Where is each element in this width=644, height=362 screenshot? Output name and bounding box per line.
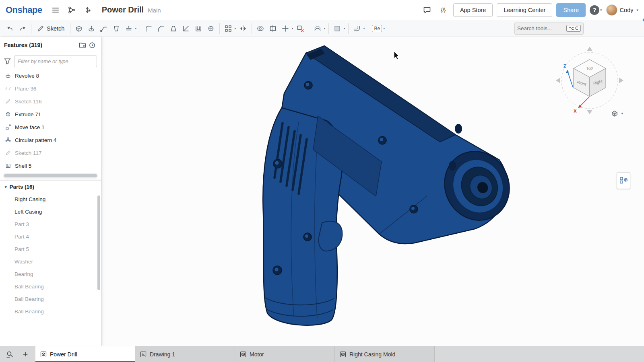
hole-icon[interactable]	[205, 23, 217, 35]
tab-right-casing-mold[interactable]: Right Casing Mold	[335, 346, 435, 362]
document-tab-bar: + Power Drill Drawing 1 Motor Right Casi…	[0, 346, 644, 362]
search-tools-input[interactable]	[517, 25, 564, 31]
search-tools-box[interactable]: ⌥ C	[514, 23, 584, 35]
sketch-icon	[5, 98, 11, 105]
user-menu[interactable]: Cody ▾	[606, 4, 638, 16]
part-item-ball-bearing-3[interactable]: Ball Bearing	[0, 305, 101, 318]
drawing-icon	[140, 351, 147, 358]
onshape-logo[interactable]: Onshape	[6, 5, 42, 15]
rib-icon[interactable]	[180, 23, 192, 35]
custom-feature-be-icon[interactable]: Be	[371, 23, 383, 35]
tab-label: Drawing 1	[150, 351, 175, 358]
sketch-label: Sketch	[47, 25, 64, 32]
undo-icon[interactable]	[4, 23, 16, 35]
chevron-down-icon[interactable]: ▾	[383, 27, 385, 30]
chevron-down-icon[interactable]: ▾	[135, 27, 136, 30]
sketch-button[interactable]: Sketch	[34, 23, 68, 35]
feature-item-plane-36[interactable]: Plane 36	[0, 82, 101, 95]
tab-power-drill[interactable]: Power Drill	[35, 346, 135, 362]
mirror-icon[interactable]	[237, 23, 249, 35]
parts-vertical-scrollbar[interactable]	[97, 195, 100, 290]
sheet-metal-icon[interactable]	[351, 23, 363, 35]
new-tab-button[interactable]: +	[19, 348, 31, 360]
parts-grid-icon	[619, 177, 627, 185]
learning-center-button[interactable]: Learning Center	[497, 3, 552, 17]
chevron-down-icon[interactable]: ▾	[324, 27, 325, 30]
surface-icon[interactable]	[331, 23, 343, 35]
delete-part-icon[interactable]	[294, 23, 306, 35]
rotate-left-arrow[interactable]	[556, 78, 560, 83]
part-label: Left Casing	[14, 209, 42, 215]
linear-pattern-icon[interactable]	[222, 23, 234, 35]
part-item-part-3[interactable]: Part 3	[0, 218, 101, 230]
user-avatar[interactable]	[606, 4, 617, 16]
scrollbar-thumb[interactable]	[4, 174, 97, 177]
part-item-bearing[interactable]: Bearing	[0, 268, 101, 280]
feature-item-move-face-1[interactable]: Move face 1	[0, 121, 101, 134]
feature-item-shell-5[interactable]: Shell 5	[0, 159, 101, 172]
feature-item-revolve-8[interactable]: Revolve 8	[0, 69, 101, 82]
history-icon[interactable]	[82, 4, 94, 16]
help-icon[interactable]: ?	[590, 5, 599, 15]
thicken-icon[interactable]	[123, 23, 135, 35]
loft-icon[interactable]	[110, 23, 122, 35]
features-horizontal-scrollbar[interactable]	[3, 173, 98, 179]
redo-icon[interactable]	[17, 23, 29, 35]
chevron-down-icon[interactable]: ▾	[234, 27, 236, 30]
workspace-name[interactable]: Main	[148, 7, 161, 14]
tab-motor[interactable]: Motor	[235, 346, 335, 362]
feature-item-extrude-71[interactable]: Extrude 71	[0, 108, 101, 121]
transform-icon[interactable]	[279, 23, 291, 35]
part-item-ball-bearing-1[interactable]: Ball Bearing	[0, 280, 101, 293]
svg-text:X: X	[574, 109, 577, 113]
comments-icon[interactable]	[421, 4, 433, 16]
drill-model[interactable]	[263, 46, 520, 325]
display-options-button[interactable]: ▾	[611, 109, 623, 117]
split-icon[interactable]	[267, 23, 279, 35]
feature-item-sketch-117[interactable]: Sketch 117	[0, 146, 101, 159]
toolbar-separator	[309, 23, 309, 34]
revolve-icon[interactable]	[85, 23, 97, 35]
offset-surface-icon[interactable]	[312, 23, 324, 35]
tab-drawing-1[interactable]: Drawing 1	[135, 346, 235, 362]
app-store-button[interactable]: App Store	[453, 3, 493, 17]
part-item-right-casing[interactable]: Right Casing	[0, 193, 101, 206]
fillet-icon[interactable]	[142, 23, 155, 35]
feature-item-sketch-116[interactable]: Sketch 116	[0, 95, 101, 108]
part-studio-icon	[240, 351, 246, 358]
rotate-right-arrow[interactable]	[619, 78, 623, 83]
draft-icon[interactable]	[167, 23, 180, 35]
parts-list-flyout-button[interactable]	[617, 172, 630, 189]
chevron-down-icon[interactable]: ▾	[343, 27, 345, 30]
create-folder-icon[interactable]	[78, 40, 87, 50]
help-menu[interactable]: ? ▾	[590, 5, 602, 15]
toolbar-separator	[368, 23, 368, 34]
main-menu-icon[interactable]	[50, 4, 62, 16]
chevron-down-icon[interactable]: ▾	[363, 27, 365, 30]
part-item-ball-bearing-2[interactable]: Ball Bearing	[0, 293, 101, 305]
feature-item-circular-pattern-4[interactable]: Circular pattern 4	[0, 134, 101, 146]
parts-section-header[interactable]: ▾ Parts (16)	[0, 180, 101, 193]
document-title: Power Drill	[102, 5, 144, 14]
user-name: Cody	[620, 7, 634, 13]
featurescript-icon[interactable]: {/}	[437, 4, 449, 16]
extrude-icon[interactable]	[73, 23, 85, 35]
part-item-left-casing[interactable]: Left Casing	[0, 206, 101, 218]
feature-label: Revolve 8	[15, 73, 39, 79]
rollback-history-icon[interactable]	[87, 40, 97, 50]
tab-manager-icon[interactable]	[4, 348, 16, 360]
shell-icon[interactable]	[192, 23, 204, 35]
part-item-part-5[interactable]: Part 5	[0, 243, 101, 255]
rotate-up-arrow[interactable]	[587, 47, 592, 51]
chamfer-icon[interactable]	[155, 23, 167, 35]
part-item-part-4[interactable]: Part 4	[0, 230, 101, 243]
feature-filter-input[interactable]	[14, 56, 97, 67]
part-item-washer[interactable]: Washer	[0, 255, 101, 268]
versions-icon[interactable]	[66, 4, 78, 16]
chevron-down-icon[interactable]: ▾	[291, 27, 293, 30]
share-button[interactable]: Share	[556, 3, 586, 17]
boolean-icon[interactable]	[254, 23, 266, 35]
svg-text:Z: Z	[564, 64, 566, 68]
rotate-down-arrow[interactable]	[587, 110, 592, 114]
sweep-icon[interactable]	[98, 23, 110, 35]
